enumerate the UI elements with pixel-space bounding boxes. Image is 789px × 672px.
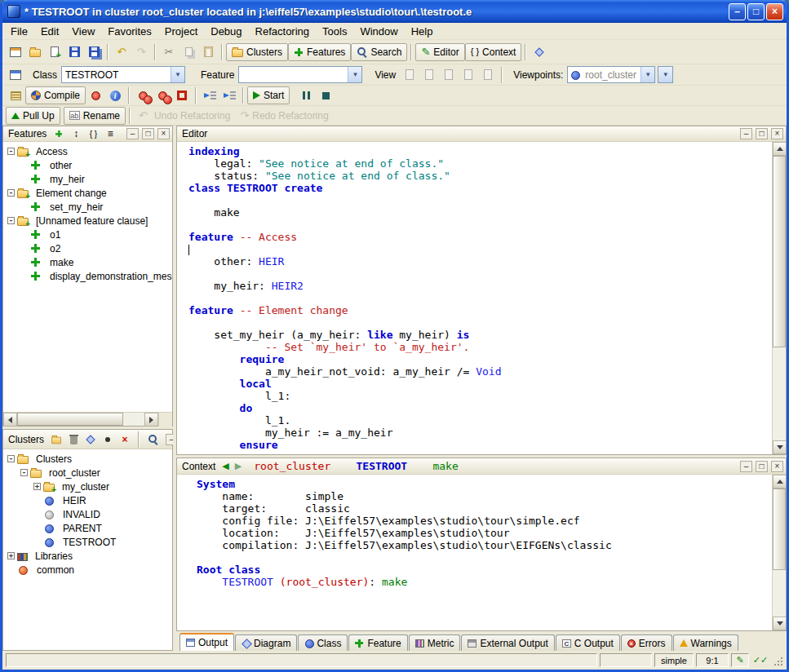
drop-target-button[interactable] (6, 65, 25, 85)
stop-breakpoints-button[interactable] (172, 86, 192, 105)
open-file-button[interactable] (25, 42, 45, 62)
redo-refactoring-button[interactable]: ↷ Redo Refactoring (235, 106, 333, 126)
tab-metric[interactable]: Metric (409, 634, 461, 651)
menu-view[interactable]: View (65, 24, 101, 39)
new-class-button[interactable] (45, 42, 64, 62)
tree-item-element-change[interactable]: -Element change (3, 186, 172, 200)
redo-button[interactable]: ↷ (131, 42, 151, 62)
menu-edit[interactable]: Edit (34, 24, 65, 39)
scroll-thumb[interactable] (773, 156, 786, 347)
scroll-down-button[interactable] (773, 440, 786, 454)
scroll-thumb[interactable] (773, 489, 786, 570)
pane-maximize-button[interactable]: □ (756, 128, 768, 139)
cut-button[interactable]: ✂ (159, 42, 179, 62)
breadcrumb-feature[interactable]: make (432, 460, 458, 472)
breadcrumb-cluster[interactable]: root_cluster (254, 460, 330, 472)
class-combo[interactable]: TESTROOT ▼ (61, 66, 185, 83)
pane-close-button[interactable]: × (157, 128, 170, 139)
clusters-tool-button[interactable]: Clusters (226, 43, 288, 61)
chevron-down-icon[interactable]: ▼ (641, 67, 654, 82)
scroll-track[interactable] (773, 156, 786, 440)
tab-errors[interactable]: Errors (621, 634, 672, 651)
tree-item-invalid[interactable]: INVALID (3, 507, 172, 521)
editor-code-area[interactable]: indexing legal: "See notice at end of cl… (177, 142, 786, 454)
project-settings-button[interactable] (6, 86, 25, 105)
save-all-button[interactable] (84, 42, 104, 62)
freeze-button[interactable] (86, 86, 105, 105)
breadcrumb-class[interactable]: TESTROOT (357, 460, 408, 472)
paste-button[interactable] (198, 42, 218, 62)
tab-warnings[interactable]: Warnings (673, 634, 738, 651)
basic-view-button[interactable] (400, 65, 419, 85)
tree-expander-icon[interactable]: - (20, 469, 28, 476)
scroll-track[interactable] (17, 413, 144, 426)
history-back-button[interactable]: ◀ (220, 461, 230, 471)
tree-item-my-heir[interactable]: my_heir (3, 172, 172, 186)
tree-item-display-demonstration-messa[interactable]: display_demonstration_messa (3, 269, 172, 283)
context-tool-button[interactable]: { } Context (465, 43, 522, 61)
tree-item-o1[interactable]: o1 (3, 228, 172, 241)
history-forward-button[interactable]: ▶ (233, 461, 243, 471)
features-hscrollbar[interactable] (3, 412, 172, 426)
pane-close-button[interactable]: × (771, 128, 783, 139)
tree-item-common[interactable]: common (3, 563, 172, 577)
signatures-button[interactable]: { } (86, 127, 100, 140)
tree-expander-icon[interactable]: - (7, 148, 15, 155)
rename-button[interactable]: ab Rename (64, 107, 126, 125)
tab-class[interactable]: Class (298, 634, 348, 651)
tree-item-access[interactable]: -Access (3, 144, 172, 158)
menu-help[interactable]: Help (405, 24, 440, 39)
pane-close-button[interactable]: × (771, 461, 783, 472)
step-over-button[interactable] (200, 86, 219, 105)
tree-item-my-cluster[interactable]: +my_cluster (3, 480, 172, 493)
delete-button[interactable] (66, 433, 81, 446)
clauses-button[interactable]: ≡ (103, 127, 117, 140)
tab-diagram[interactable]: Diagram (235, 634, 297, 651)
save-button[interactable] (64, 42, 84, 62)
diagram-view-button[interactable] (83, 433, 98, 446)
menu-debug[interactable]: Debug (204, 24, 248, 39)
diagram-tool-button[interactable] (530, 42, 549, 62)
chevron-down-icon[interactable]: ▼ (348, 67, 361, 82)
start-button[interactable]: Start (247, 86, 290, 104)
context-vscrollbar[interactable] (772, 475, 786, 630)
scroll-track[interactable] (773, 489, 786, 617)
tree-item-make[interactable]: make (3, 255, 172, 269)
tab-output[interactable]: Output (180, 633, 234, 651)
tree-item-heir[interactable]: HEIR (3, 493, 172, 507)
add-feature-button[interactable] (51, 127, 66, 140)
tree-expander-icon[interactable]: + (33, 483, 41, 490)
scroll-down-button[interactable] (773, 617, 786, 630)
editor-tool-button[interactable]: ✎ Editor (415, 43, 464, 61)
pause-button[interactable] (296, 86, 316, 105)
tree-expander-icon[interactable]: - (7, 217, 15, 224)
contract-view-button[interactable] (459, 65, 478, 85)
stop-button[interactable] (316, 86, 335, 105)
tree-item-libraries[interactable]: +Libraries (3, 549, 172, 563)
scroll-up-button[interactable] (773, 475, 786, 489)
flat-view-button[interactable] (439, 65, 459, 85)
tree-item-other[interactable]: other (3, 158, 172, 172)
tree-item-testroot[interactable]: TESTROOT (3, 535, 172, 549)
pull-up-button[interactable]: Pull Up (6, 107, 60, 125)
tree-expander-icon[interactable]: - (7, 189, 15, 197)
tree-item-unnamed-feature-clause[interactable]: -[Unnamed feature clause] (3, 214, 172, 228)
sort-button[interactable]: ↕ (69, 127, 83, 140)
tree-item-set-my-heir[interactable]: set_my_heir (3, 200, 172, 214)
copy-button[interactable] (179, 42, 198, 62)
menu-project[interactable]: Project (158, 24, 204, 39)
undo-refactoring-button[interactable]: ↶ Undo Refactoring (134, 106, 235, 126)
close-button[interactable]: × (766, 3, 783, 20)
resize-grip[interactable] (772, 654, 783, 667)
undo-button[interactable]: ↶ (112, 42, 131, 62)
chevron-down-icon[interactable]: ▼ (171, 67, 184, 82)
menu-refactoring[interactable]: Refactoring (249, 24, 316, 39)
interface-view-button[interactable] (478, 65, 498, 85)
context-code-area[interactable]: System name: simple target: classic conf… (177, 475, 786, 630)
chevron-down-icon[interactable]: ▼ (658, 67, 672, 82)
pane-maximize-button[interactable]: □ (756, 461, 768, 472)
feature-combo[interactable]: ▼ (238, 66, 362, 83)
clickable-view-button[interactable] (419, 65, 439, 85)
scroll-thumb[interactable] (17, 413, 123, 426)
scroll-up-button[interactable] (773, 142, 786, 156)
